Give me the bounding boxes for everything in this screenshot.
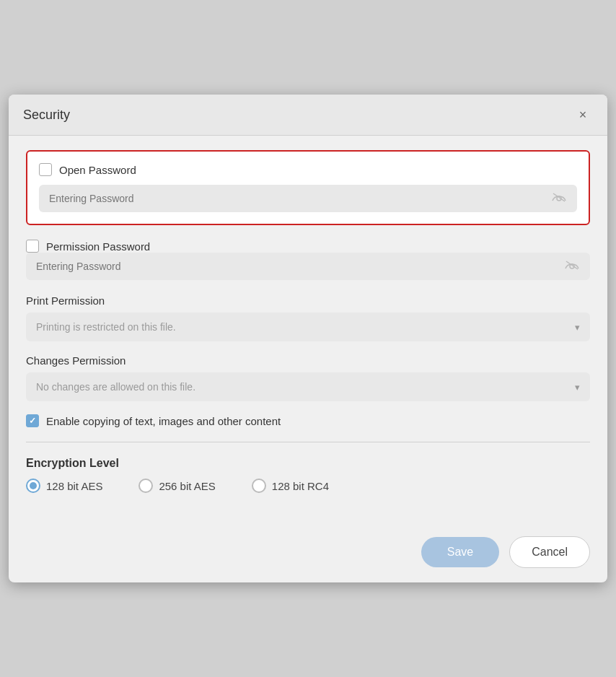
permission-password-label: Permission Password bbox=[46, 240, 150, 253]
print-permission-section: Print Permission Printing is restricted … bbox=[26, 294, 590, 341]
copy-checkbox-row: Enable copying of text, images and other… bbox=[26, 414, 590, 427]
open-password-section: Open Password bbox=[26, 150, 590, 225]
encryption-title: Encryption Level bbox=[26, 457, 590, 470]
permission-password-section: Permission Password bbox=[26, 240, 590, 280]
radio-256-aes-label: 256 bit AES bbox=[159, 480, 215, 492]
divider bbox=[26, 442, 590, 442]
radio-128-aes-label: 128 bit AES bbox=[46, 480, 102, 492]
print-permission-arrow: ▾ bbox=[575, 322, 580, 333]
radio-256-aes-circle bbox=[138, 479, 153, 493]
radio-128-rc4[interactable]: 128 bit RC4 bbox=[252, 479, 329, 493]
changes-permission-section: Changes Permission No changes are allowe… bbox=[26, 354, 590, 401]
permission-password-checkbox[interactable] bbox=[26, 240, 39, 253]
save-button[interactable]: Save bbox=[421, 537, 499, 567]
print-permission-value: Printing is restricted on this file. bbox=[36, 321, 575, 333]
open-password-checkbox[interactable] bbox=[39, 163, 52, 176]
print-permission-label: Print Permission bbox=[26, 294, 590, 307]
permission-password-input[interactable] bbox=[36, 261, 564, 272]
permission-password-field bbox=[26, 253, 590, 280]
close-icon: × bbox=[579, 108, 587, 123]
radio-128-aes-circle bbox=[26, 479, 40, 493]
open-password-checkbox-row: Open Password bbox=[39, 163, 577, 176]
copy-checkbox-label: Enable copying of text, images and other… bbox=[46, 415, 281, 427]
encryption-radio-group: 128 bit AES 256 bit AES 128 bit RC4 bbox=[26, 479, 590, 493]
security-dialog: Security × Open Password bbox=[9, 95, 607, 582]
radio-256-aes[interactable]: 256 bit AES bbox=[138, 479, 215, 493]
encryption-section: Encryption Level 128 bit AES 256 bit AES… bbox=[26, 457, 590, 493]
permission-password-checkbox-row: Permission Password bbox=[26, 240, 590, 253]
print-permission-dropdown[interactable]: Printing is restricted on this file. ▾ bbox=[26, 313, 590, 341]
copy-checkbox[interactable] bbox=[26, 414, 39, 427]
close-button[interactable]: × bbox=[573, 105, 593, 125]
open-password-input[interactable] bbox=[49, 193, 551, 204]
open-password-eye-icon[interactable] bbox=[551, 192, 567, 205]
cancel-button[interactable]: Cancel bbox=[509, 536, 590, 568]
radio-128-rc4-label: 128 bit RC4 bbox=[272, 480, 329, 492]
dialog-header: Security × bbox=[9, 95, 607, 136]
dialog-footer: Save Cancel bbox=[9, 525, 607, 582]
open-password-field bbox=[39, 185, 577, 212]
changes-permission-arrow: ▾ bbox=[575, 382, 580, 393]
dialog-body: Open Password Permission Password bbox=[9, 136, 607, 525]
radio-128-rc4-circle bbox=[252, 479, 266, 493]
open-password-label: Open Password bbox=[59, 164, 136, 176]
changes-permission-dropdown[interactable]: No changes are allowed on this file. ▾ bbox=[26, 372, 590, 401]
dialog-title: Security bbox=[23, 108, 70, 123]
permission-password-eye-icon[interactable] bbox=[564, 260, 580, 273]
radio-128-aes[interactable]: 128 bit AES bbox=[26, 479, 102, 493]
changes-permission-label: Changes Permission bbox=[26, 354, 590, 367]
changes-permission-value: No changes are allowed on this file. bbox=[36, 381, 575, 393]
